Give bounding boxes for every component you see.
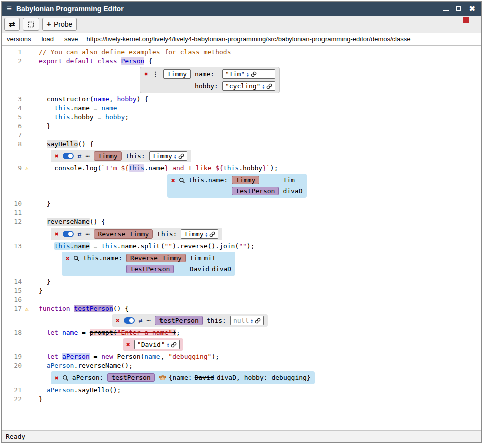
toggle-switch-icon[interactable] (63, 231, 74, 237)
line-number[interactable]: 13 (5, 242, 22, 251)
stepper-icon[interactable]: ▲▼ (251, 318, 253, 323)
delete-widget-button[interactable]: ✖ (66, 255, 70, 262)
swap-icon[interactable]: ⇄ (78, 152, 82, 161)
gutter[interactable]: 9⚠ (2, 164, 32, 173)
gutter[interactable]: 12 (2, 217, 32, 227)
gutter[interactable]: 4 (2, 104, 32, 113)
swap-arrows-button[interactable]: ⇄ (4, 18, 20, 31)
link-icon[interactable] (209, 231, 215, 237)
maximize-button[interactable] (456, 6, 461, 11)
gutter[interactable]: 2 (2, 57, 32, 66)
gutter[interactable]: 15 (2, 286, 32, 295)
value-input[interactable]: Timmy▲▼ (181, 229, 218, 239)
swap-icon[interactable]: ⇄ (139, 316, 143, 325)
line-number[interactable]: 4 (5, 104, 22, 113)
delete-widget-button[interactable]: ✖ (55, 231, 59, 237)
value-input[interactable]: "Tim"▲▼ (222, 69, 275, 79)
line-number[interactable]: 20 (5, 361, 22, 370)
title-bar[interactable]: ≡ Babylonian Programming Editor ✖ (2, 2, 481, 16)
line-number[interactable]: 10 (5, 199, 22, 208)
line-number[interactable]: 11 (5, 208, 22, 217)
link-icon[interactable] (171, 342, 177, 348)
more-icon[interactable]: ⋯ (86, 152, 90, 161)
example-badge[interactable]: testPerson (126, 265, 174, 273)
select-region-button[interactable] (23, 18, 39, 31)
gutter[interactable]: 6 (2, 122, 32, 131)
line-number[interactable]: 21 (5, 386, 22, 395)
close-button[interactable]: ✖ (469, 4, 475, 13)
toggle-switch-icon[interactable] (63, 153, 74, 159)
example-badge[interactable]: Timmy (94, 151, 121, 161)
more-icon[interactable]: ⋯ (147, 316, 151, 325)
gutter[interactable]: 5 (2, 113, 32, 122)
line-number[interactable]: 12 (5, 217, 22, 227)
delete-widget-button[interactable]: ✖ (171, 177, 175, 184)
code-editor[interactable]: 1// You can also define examples for cla… (2, 46, 481, 430)
toggle-switch-icon[interactable] (124, 317, 135, 324)
add-probe-button[interactable]: + Probe (42, 18, 77, 31)
gutter[interactable]: 13 (2, 242, 32, 251)
value-input[interactable]: Timmy▲▼ (149, 151, 187, 161)
link-icon[interactable] (178, 153, 184, 159)
line-number[interactable]: 18 (5, 328, 22, 337)
gutter[interactable]: 11 (2, 208, 32, 217)
line-number[interactable]: 8 (5, 140, 22, 149)
gutter[interactable]: 3 (2, 95, 32, 104)
example-badge[interactable]: testPerson (107, 373, 154, 382)
line-number[interactable]: 3 (5, 95, 22, 104)
load-button[interactable]: load (36, 33, 59, 45)
example-badge[interactable]: Reverse Timmy (126, 254, 186, 262)
value-input[interactable]: "cycling"▲▼ (222, 81, 275, 91)
line-number[interactable]: 2 (5, 57, 22, 66)
hamburger-menu-icon[interactable]: ≡ (7, 4, 12, 14)
minimize-button[interactable] (443, 7, 449, 11)
line-number[interactable]: 9 (5, 164, 22, 173)
url-input[interactable]: https://lively-kernel.org/lively4/lively… (83, 33, 481, 45)
stepper-icon[interactable]: ▲▼ (262, 84, 264, 89)
example-badge[interactable]: Timmy (232, 176, 259, 184)
more-icon[interactable]: ⋯ (86, 230, 90, 239)
drag-handle-icon[interactable]: ⋮ (152, 70, 159, 79)
gutter[interactable]: 10 (2, 199, 32, 208)
line-number[interactable]: 15 (5, 286, 22, 295)
line-number[interactable]: 5 (5, 113, 22, 122)
stepper-icon[interactable]: ▲▼ (167, 342, 169, 347)
example-badge[interactable]: Reverse Timmy (94, 229, 153, 239)
delete-widget-button[interactable]: ✖ (116, 317, 120, 324)
gutter[interactable]: 7 (2, 131, 32, 140)
link-icon[interactable] (251, 71, 257, 77)
line-number[interactable]: 1 (5, 48, 22, 57)
line-number[interactable]: 14 (5, 277, 22, 286)
stepper-icon[interactable]: ▲▼ (247, 72, 249, 77)
stepper-icon[interactable]: ▲▼ (174, 154, 176, 159)
value-input[interactable]: null▲▼ (230, 316, 264, 325)
example-badge[interactable]: testPerson (155, 316, 202, 325)
gutter[interactable]: 18 (2, 328, 32, 337)
gutter[interactable]: 8 (2, 140, 32, 149)
gutter[interactable]: 1 (2, 48, 32, 57)
delete-widget-button[interactable]: ✖ (55, 153, 59, 159)
example-name-input[interactable]: Timmy (163, 69, 191, 79)
line-number[interactable]: 16 (5, 295, 22, 304)
line-number[interactable]: 17 (5, 304, 22, 313)
gutter[interactable]: 20 (2, 361, 32, 370)
delete-widget-button[interactable]: ✖ (144, 71, 148, 77)
gutter[interactable]: 16 (2, 295, 32, 304)
example-badge[interactable]: testPerson (232, 187, 279, 195)
line-number[interactable]: 19 (5, 352, 22, 361)
line-number[interactable]: 7 (5, 131, 22, 140)
delete-widget-button[interactable]: ✖ (55, 375, 59, 381)
gutter[interactable]: 21 (2, 386, 32, 395)
gutter[interactable]: 14 (2, 277, 32, 286)
stepper-icon[interactable]: ▲▼ (206, 232, 208, 237)
save-button[interactable]: save (59, 33, 83, 45)
value-input[interactable]: "David"▲▼ (134, 340, 180, 349)
gutter[interactable]: 17⚠ (2, 304, 32, 313)
link-icon[interactable] (266, 83, 272, 89)
delete-widget-button[interactable]: ✖ (126, 341, 130, 348)
line-number[interactable]: 22 (5, 395, 22, 404)
swap-icon[interactable]: ⇄ (78, 230, 82, 239)
link-icon[interactable] (255, 318, 261, 324)
gutter[interactable]: 19 (2, 352, 32, 361)
gutter[interactable]: 22 (2, 395, 32, 404)
